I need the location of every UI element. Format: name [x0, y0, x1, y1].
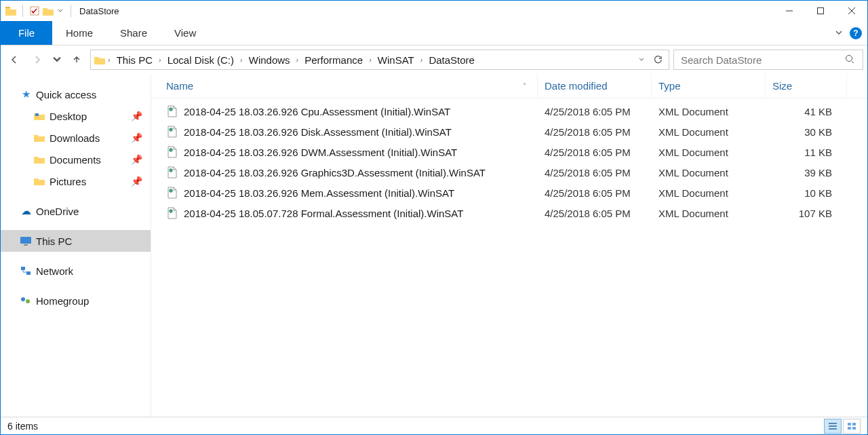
file-date: 4/25/2018 6:05 PM [538, 187, 652, 199]
tab-view[interactable]: View [161, 21, 210, 45]
file-row[interactable]: 2018-04-25 18.05.07.728 Formal.Assessmen… [151, 203, 867, 223]
file-type: XML Document [652, 187, 766, 199]
chevron-right-icon[interactable]: › [367, 56, 374, 64]
separator [71, 5, 71, 17]
file-date: 4/25/2018 6:05 PM [538, 147, 652, 158]
file-type: XML Document [652, 208, 766, 219]
sort-ascending-icon: ˄ [523, 82, 526, 90]
crumb[interactable]: Windows [245, 54, 294, 66]
svg-point-10 [170, 108, 172, 111]
file-size: 39 KB [766, 167, 847, 178]
navpane-documents[interactable]: Documents 📌 [1, 149, 151, 170]
window-title: DataStore [75, 6, 119, 16]
navigation-pane: ★ Quick access Desktop 📌 Downloads 📌 Doc… [1, 74, 151, 417]
file-type: XML Document [652, 147, 766, 158]
up-button[interactable] [67, 50, 86, 69]
file-row[interactable]: 2018-04-25 18.03.26.926 Cpu.Assessment (… [151, 101, 867, 121]
separator [22, 5, 23, 17]
status-item-count: 6 items [7, 421, 38, 432]
file-tab[interactable]: File [1, 21, 52, 45]
search-box[interactable] [673, 50, 863, 70]
crumb[interactable]: This PC [113, 54, 157, 66]
help-icon[interactable]: ? [850, 27, 862, 39]
recent-locations-button[interactable] [51, 50, 63, 69]
view-large-icons-button[interactable] [843, 419, 861, 434]
file-size: 30 KB [766, 126, 847, 138]
file-row[interactable]: 2018-04-25 18.03.26.926 Mem.Assessment (… [151, 183, 867, 203]
address-folder-icon [94, 54, 106, 66]
chevron-right-icon[interactable]: › [106, 56, 113, 64]
file-type: XML Document [652, 106, 766, 117]
navpane-desktop[interactable]: Desktop 📌 [1, 105, 151, 127]
crumb[interactable]: WinSAT [374, 54, 418, 66]
chevron-right-icon[interactable]: › [157, 56, 163, 64]
close-button[interactable] [836, 1, 867, 21]
svg-point-8 [21, 297, 25, 301]
svg-rect-19 [852, 427, 856, 430]
crumb[interactable]: Local Disk (C:) [163, 54, 238, 66]
navpane-network[interactable]: Network [1, 260, 151, 282]
navpane-label: OneDrive [36, 206, 79, 217]
navpane-downloads[interactable]: Downloads 📌 [1, 127, 151, 149]
navpane-this-pc[interactable]: This PC [1, 230, 151, 252]
title-bar: DataStore [1, 1, 867, 21]
crumb[interactable]: Performance [300, 54, 367, 66]
forward-button[interactable] [28, 50, 47, 69]
maximize-button[interactable] [805, 1, 836, 21]
column-type[interactable]: Type [652, 74, 766, 98]
minimize-button[interactable] [774, 1, 805, 21]
navpane-label: Desktop [50, 111, 87, 122]
tab-home[interactable]: Home [52, 21, 106, 45]
svg-point-2 [846, 55, 852, 61]
star-icon: ★ [20, 88, 32, 100]
qat-dropdown-icon[interactable] [56, 5, 65, 17]
homegroup-icon [20, 295, 32, 307]
chevron-right-icon[interactable]: › [418, 56, 425, 64]
navpane-label: This PC [36, 235, 72, 247]
app-folder-icon [5, 5, 17, 17]
pin-icon: 📌 [131, 154, 142, 165]
column-date[interactable]: Date modified [538, 74, 652, 98]
file-date: 4/25/2018 6:05 PM [538, 208, 652, 219]
chevron-right-icon[interactable]: › [294, 56, 301, 64]
view-details-button[interactable] [824, 419, 842, 434]
file-list[interactable]: 2018-04-25 18.03.26.926 Cpu.Assessment (… [151, 98, 867, 417]
file-row[interactable]: 2018-04-25 18.03.26.926 Disk.Assessment … [151, 121, 867, 142]
ribbon-expand-icon[interactable] [835, 28, 843, 39]
qat-properties-icon[interactable] [28, 5, 41, 17]
folder-icon [33, 175, 45, 187]
svg-point-11 [170, 128, 172, 131]
svg-rect-4 [20, 237, 31, 244]
tab-share[interactable]: Share [106, 21, 161, 45]
back-button[interactable] [5, 50, 24, 69]
navpane-quick-access[interactable]: ★ Quick access [1, 83, 151, 105]
search-input[interactable] [679, 54, 845, 67]
address-dropdown-icon[interactable] [633, 56, 650, 63]
column-name[interactable]: Name ˄ [166, 74, 538, 98]
refresh-button[interactable] [650, 55, 666, 64]
column-size[interactable]: Size [766, 74, 847, 98]
svg-point-13 [170, 169, 172, 172]
svg-rect-18 [848, 427, 851, 430]
navpane-onedrive[interactable]: ☁ OneDrive [1, 200, 151, 222]
chevron-right-icon[interactable]: › [238, 56, 245, 64]
navpane-label: Quick access [36, 89, 96, 100]
search-icon[interactable] [845, 54, 857, 66]
navpane-homegroup[interactable]: Homegroup [1, 290, 151, 311]
main: ★ Quick access Desktop 📌 Downloads 📌 Doc… [1, 74, 867, 417]
svg-rect-3 [35, 113, 39, 116]
nav-bar: › This PC › Local Disk (C:) › Windows › … [1, 45, 867, 74]
svg-rect-6 [21, 267, 25, 270]
file-name: 2018-04-25 18.03.26.926 Disk.Assessment … [184, 126, 452, 138]
column-headers: Name ˄ Date modified Type Size [151, 74, 867, 98]
file-date: 4/25/2018 6:05 PM [538, 126, 652, 138]
navpane-label: Pictures [50, 176, 86, 187]
file-row[interactable]: 2018-04-25 18.03.26.926 Graphics3D.Asses… [151, 162, 867, 183]
file-name: 2018-04-25 18.03.26.926 Graphics3D.Asses… [184, 167, 486, 178]
address-bar[interactable]: › This PC › Local Disk (C:) › Windows › … [90, 50, 669, 70]
qat-newfolder-icon[interactable] [42, 5, 54, 17]
crumb[interactable]: DataStore [425, 54, 479, 66]
ribbon: File Home Share View ? [1, 21, 867, 45]
file-row[interactable]: 2018-04-25 18.03.26.926 DWM.Assessment (… [151, 142, 867, 162]
navpane-pictures[interactable]: Pictures 📌 [1, 170, 151, 192]
